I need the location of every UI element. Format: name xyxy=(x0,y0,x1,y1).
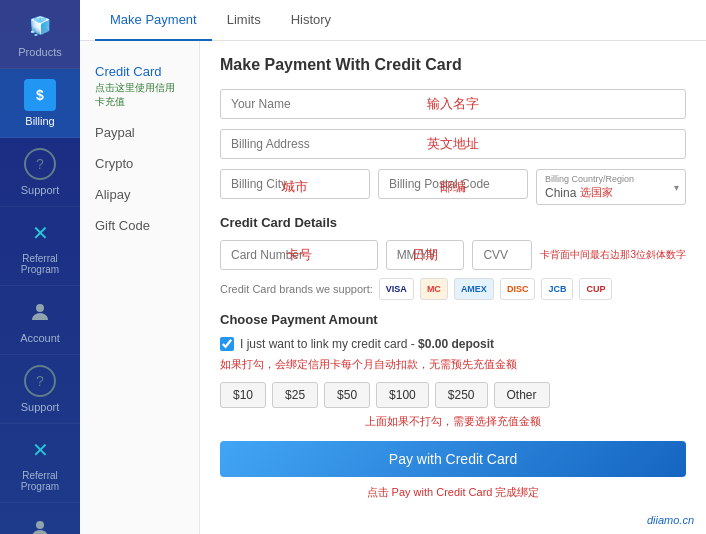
nav-alipay[interactable]: Alipay xyxy=(80,179,199,210)
referral-icon: ✕ xyxy=(24,217,56,249)
card-details-title: Credit Card Details xyxy=(220,215,686,230)
sidebar-item-referral2-label: ReferralProgram xyxy=(21,470,59,492)
cvv-annotation: 卡背面中间最右边那3位斜体数字 xyxy=(540,248,686,262)
tab-make-payment[interactable]: Make Payment xyxy=(95,0,212,41)
sidebar-item-account-label: Account xyxy=(20,332,60,344)
auto-note: 如果打勾，会绑定信用卡每个月自动扣款，无需预先充值金额 xyxy=(220,357,686,372)
svg-point-0 xyxy=(36,304,44,312)
tab-limits[interactable]: Limits xyxy=(212,0,276,41)
amount-title: Choose Payment Amount xyxy=(220,312,686,327)
pay-note: 点击 Pay with Credit Card 完成绑定 xyxy=(220,485,686,500)
amount-other[interactable]: Other xyxy=(494,382,550,408)
billing-icon: $ xyxy=(24,79,56,111)
card-cvv-wrapper xyxy=(472,240,532,270)
name-input[interactable] xyxy=(220,89,686,119)
country-value[interactable]: Billing Country/Region China 选国家 xyxy=(536,169,686,205)
card-cvv-input[interactable] xyxy=(472,240,532,270)
select-note: 上面如果不打勾，需要选择充值金额 xyxy=(220,414,686,429)
amount-250[interactable]: $250 xyxy=(435,382,488,408)
city-wrapper: 城市 xyxy=(220,169,370,205)
card-brands-row: Credit Card brands we support: VISA MC A… xyxy=(220,278,686,300)
amount-25[interactable]: $25 xyxy=(272,382,318,408)
support-icon: ? xyxy=(24,148,56,180)
nav-crypto[interactable]: Crypto xyxy=(80,148,199,179)
watermark: diiamo.cn xyxy=(647,514,694,526)
card-number-wrapper: 卡号 xyxy=(220,240,378,270)
sidebar-item-billing-label: Billing xyxy=(25,115,54,127)
tabs-bar: Make Payment Limits History xyxy=(80,0,706,41)
card-expiry-wrapper: 日期 xyxy=(386,240,465,270)
main-content: Make Payment Limits History Credit Card … xyxy=(80,0,706,534)
cup-badge: CUP xyxy=(579,278,612,300)
jcb-badge: JCB xyxy=(541,278,573,300)
credit-card-annotation: 点击这里使用信用卡充值 xyxy=(95,81,184,109)
city-postal-country-row: 城市 邮编 Billing Country/Region China 选国家 xyxy=(220,169,686,205)
sidebar-item-products-label: Products xyxy=(18,46,61,58)
pay-button[interactable]: Pay with Credit Card xyxy=(220,441,686,477)
country-select[interactable]: Billing Country/Region China 选国家 xyxy=(536,169,686,205)
card-number-input[interactable] xyxy=(220,240,378,270)
country-annotation: 选国家 xyxy=(580,185,613,200)
postal-wrapper: 邮编 xyxy=(378,169,528,205)
sidebar-item-referral-label: ReferralProgram xyxy=(21,253,59,275)
svg-point-1 xyxy=(36,521,44,529)
checkbox-label: I just want to link my credit card - $0.… xyxy=(240,337,494,351)
checkbox-row: I just want to link my credit card - $0.… xyxy=(220,337,686,351)
checkbox-text: I just want to link my credit card - xyxy=(240,337,415,351)
card-inputs-row: 卡号 日期 卡背面中间最右边那3位斜体数字 xyxy=(220,240,686,270)
products-icon: 🧊 xyxy=(24,10,56,42)
sidebar-item-account2[interactable]: Account xyxy=(0,503,80,534)
amount-buttons: $10 $25 $50 $100 $250 Other xyxy=(220,382,686,408)
card-brands-label: Credit Card brands we support: xyxy=(220,283,373,295)
sidebar-item-billing[interactable]: $ Billing xyxy=(0,69,80,138)
account-icon xyxy=(24,296,56,328)
form-title: Make Payment With Credit Card xyxy=(220,56,686,74)
sidebar-item-support2-label: Support xyxy=(21,401,60,413)
referral2-icon: ✕ xyxy=(24,434,56,466)
payment-form: Make Payment With Credit Card 输入名字 英文地址 … xyxy=(200,41,706,534)
sidebar-item-support2[interactable]: ? Support xyxy=(0,355,80,424)
amount-50[interactable]: $50 xyxy=(324,382,370,408)
nav-paypal[interactable]: Paypal xyxy=(80,117,199,148)
sidebar-item-support-label: Support xyxy=(21,184,60,196)
sidebar-item-support[interactable]: ? Support xyxy=(0,138,80,207)
nav-gift-code[interactable]: Gift Code xyxy=(80,210,199,241)
visa-badge: VISA xyxy=(379,278,414,300)
sidebar-item-products[interactable]: 🧊 Products xyxy=(0,0,80,69)
account2-icon xyxy=(24,513,56,534)
payment-method-nav: Credit Card 点击这里使用信用卡充值 Paypal Crypto Al… xyxy=(80,41,200,534)
amount-10[interactable]: $10 xyxy=(220,382,266,408)
discover-badge: DISC xyxy=(500,278,536,300)
city-input[interactable] xyxy=(220,169,370,199)
amount-section: Choose Payment Amount I just want to lin… xyxy=(220,312,686,429)
sidebar-item-referral[interactable]: ✕ ReferralProgram xyxy=(0,207,80,286)
link-card-checkbox[interactable] xyxy=(220,337,234,351)
sidebar-item-referral2[interactable]: ✕ ReferralProgram xyxy=(0,424,80,503)
country-text: China xyxy=(545,186,576,200)
card-expiry-input[interactable] xyxy=(386,240,465,270)
address-row: 英文地址 xyxy=(220,129,686,159)
deposit-text: $0.00 deposit xyxy=(418,337,494,351)
country-label: Billing Country/Region xyxy=(545,174,634,184)
postal-input[interactable] xyxy=(378,169,528,199)
amex-badge: AMEX xyxy=(454,278,494,300)
sidebar: 🧊 Products $ Billing ? Support ✕ Referra… xyxy=(0,0,80,534)
address-input[interactable] xyxy=(220,129,686,159)
content-area: Credit Card 点击这里使用信用卡充值 Paypal Crypto Al… xyxy=(80,41,706,534)
nav-credit-card[interactable]: Credit Card 点击这里使用信用卡充值 xyxy=(80,56,199,117)
name-row: 输入名字 xyxy=(220,89,686,119)
support2-icon: ? xyxy=(24,365,56,397)
amount-100[interactable]: $100 xyxy=(376,382,429,408)
sidebar-item-account[interactable]: Account xyxy=(0,286,80,355)
mc-badge: MC xyxy=(420,278,448,300)
tab-history[interactable]: History xyxy=(276,0,346,41)
